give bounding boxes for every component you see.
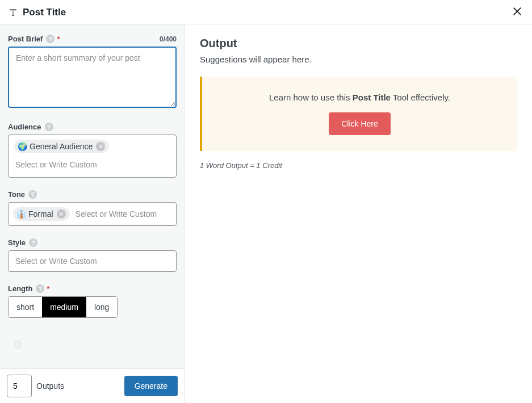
header: Post Title (0, 0, 532, 24)
help-icon[interactable]: ? (28, 190, 37, 199)
output-heading: Output (200, 37, 517, 50)
close-icon[interactable] (512, 6, 523, 19)
post-brief-counter: 0/400 (160, 35, 177, 43)
page-title: Post Title (23, 7, 512, 18)
chip-remove-icon[interactable]: ✕ (96, 142, 105, 151)
post-brief-label-text: Post Brief (8, 35, 43, 43)
tip-suffix: Tool effectively. (391, 93, 450, 102)
tone-label-text: Tone (8, 190, 25, 199)
audience-text-input[interactable] (14, 157, 170, 173)
tone-text-input[interactable] (74, 206, 171, 222)
tone-chip-label: Formal (28, 209, 53, 219)
tone-chip[interactable]: 👔 Formal ✕ (13, 207, 70, 221)
output-subtitle: Suggestions will appear here. (200, 54, 517, 64)
audience-label-text: Audience (8, 123, 41, 131)
audience-label: Audience ? (8, 123, 177, 131)
help-icon[interactable]: ? (45, 123, 53, 131)
help-icon[interactable]: ? (36, 284, 44, 293)
output-panel: Output Suggestions will appear here. Lea… (185, 24, 532, 403)
length-segments: short medium long (8, 296, 118, 318)
tone-label: Tone ? (8, 190, 177, 199)
tone-field: Tone ? 👔 Formal ✕ (8, 190, 177, 226)
audience-chip-label: General Audience (30, 142, 93, 151)
tip-bold: Post Title (353, 93, 391, 102)
help-icon[interactable]: ? (46, 35, 55, 43)
generate-button[interactable]: Generate (124, 376, 178, 396)
footer-bar: Outputs Generate (0, 368, 185, 403)
audience-field: Audience ? 🌍 General Audience ✕ (8, 123, 177, 178)
style-text-input[interactable] (14, 253, 170, 269)
post-brief-field: Post Brief ? * 0/400 (8, 35, 177, 110)
audience-input[interactable]: 🌍 General Audience ✕ (8, 135, 177, 178)
left-panel: Post Brief ? * 0/400 Audience ? 🌍 (0, 24, 185, 403)
length-option-medium[interactable]: medium (42, 297, 86, 317)
tip-callout: Learn how to use this Post Title Tool ef… (200, 77, 517, 151)
audience-chip[interactable]: 🌍 General Audience ✕ (14, 140, 109, 153)
tip-text: Learn how to use this Post Title Tool ef… (213, 93, 506, 102)
style-field: Style ? (8, 238, 177, 272)
tip-prefix: Learn how to use this (269, 93, 353, 102)
tone-input[interactable]: 👔 Formal ✕ (8, 202, 177, 226)
tip-cta-button[interactable]: Click Here (329, 112, 391, 135)
required-asterisk: * (57, 35, 60, 43)
style-label: Style ? (8, 238, 177, 247)
style-label-text: Style (8, 238, 26, 247)
help-icon: ? (14, 341, 22, 349)
credit-note: 1 Word Output = 1 Credit (200, 161, 517, 170)
required-asterisk: * (47, 284, 49, 293)
globe-icon: 🌍 (18, 142, 27, 151)
style-input[interactable] (8, 250, 177, 272)
length-field: Length ? * short medium long (8, 284, 177, 318)
outputs-count-input[interactable] (7, 375, 32, 397)
length-label-text: Length (8, 284, 32, 293)
length-label: Length ? * (8, 284, 177, 293)
title-icon (8, 7, 18, 18)
person-icon: 👔 (16, 209, 26, 219)
chip-remove-icon[interactable]: ✕ (57, 209, 66, 219)
post-brief-label: Post Brief ? * 0/400 (8, 35, 177, 43)
next-field-peek: ? (8, 341, 177, 349)
form-scroll-area[interactable]: Post Brief ? * 0/400 Audience ? 🌍 (0, 24, 185, 368)
length-option-long[interactable]: long (86, 297, 117, 317)
outputs-label: Outputs (36, 381, 64, 391)
help-icon[interactable]: ? (29, 238, 37, 247)
length-option-short[interactable]: short (9, 297, 42, 317)
post-brief-input[interactable] (8, 47, 177, 108)
